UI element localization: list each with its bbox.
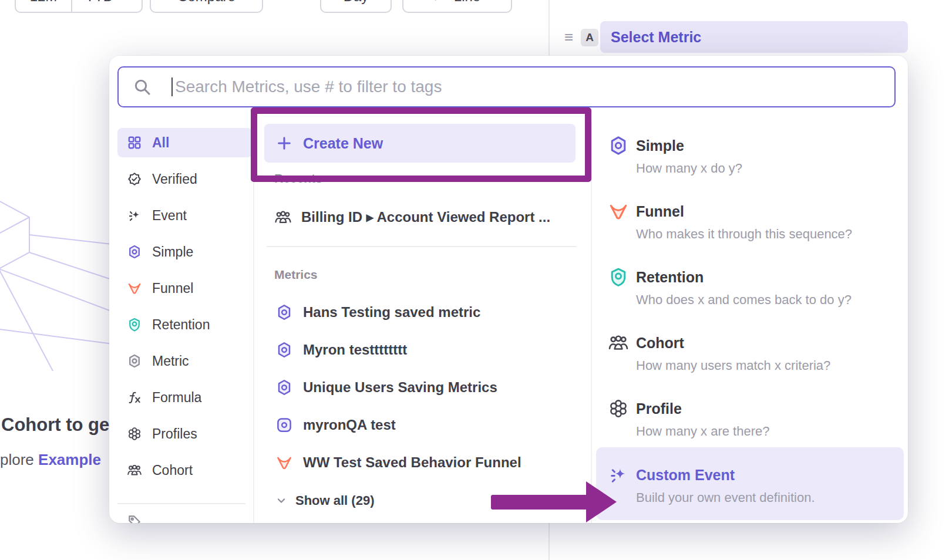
select-metric-button[interactable]: Select Metric bbox=[600, 21, 908, 53]
cohort-people-icon bbox=[127, 463, 142, 478]
chevron-down-icon bbox=[275, 495, 287, 507]
line-chart-icon bbox=[434, 0, 447, 3]
metric-hexagon-gray-icon bbox=[127, 353, 142, 369]
profiles-flower-icon bbox=[127, 426, 142, 441]
saved-metric-item[interactable]: Myron testttttttt bbox=[275, 337, 407, 363]
cohort-people-icon bbox=[608, 332, 629, 353]
granularity-button[interactable]: Day bbox=[320, 0, 392, 13]
retention-shield-icon bbox=[608, 266, 629, 288]
saved-metric-item[interactable]: Unique Users Saving Metrics bbox=[275, 375, 497, 400]
saved-metric-label: Hans Testing saved metric bbox=[303, 304, 480, 321]
range-12m-button[interactable]: 12M bbox=[16, 0, 71, 12]
column-divider bbox=[591, 122, 592, 523]
sidebar-item-label: Funnel bbox=[152, 281, 193, 296]
type-name: Custom Event bbox=[636, 465, 896, 484]
metric-picker-modal: All Verified Event Simple Funnel Retenti… bbox=[109, 56, 908, 523]
sidebar-divider bbox=[117, 503, 245, 504]
show-all-label: Show all (29) bbox=[295, 493, 374, 508]
create-new-button[interactable]: Create New bbox=[264, 124, 576, 163]
sidebar-item-label: All bbox=[152, 135, 169, 151]
type-custom-event[interactable]: Custom Event Build your own event defini… bbox=[608, 465, 896, 507]
drag-handle-icon[interactable]: ≡ bbox=[564, 28, 573, 46]
grid-icon bbox=[127, 135, 142, 150]
empty-state-title-fragment: Cohort to ge bbox=[1, 414, 109, 436]
saved-metric-label: myronQA test bbox=[303, 417, 396, 433]
simple-hexagon-icon bbox=[608, 135, 629, 156]
sidebar-item-label: Event bbox=[152, 208, 187, 224]
type-description: How many x do y? bbox=[636, 160, 896, 177]
create-new-label: Create New bbox=[303, 135, 383, 152]
show-all-button[interactable]: Show all (29) bbox=[275, 490, 374, 511]
range-12m-label: 12M bbox=[30, 0, 58, 5]
range-ytd-label: YTD bbox=[85, 0, 113, 5]
metrics-header: Metrics bbox=[274, 268, 318, 282]
sidebar-item-verified[interactable]: Verified bbox=[117, 164, 253, 194]
chart-type-button[interactable]: Line bbox=[402, 0, 512, 13]
type-name: Retention bbox=[636, 268, 896, 286]
type-retention[interactable]: Retention Who does x and comes back to d… bbox=[608, 268, 896, 309]
sidebar-item-event[interactable]: Event bbox=[117, 201, 253, 230]
type-description: Build your own event definition. bbox=[636, 489, 896, 507]
range-ytd-button[interactable]: YTD bbox=[71, 0, 142, 12]
type-description: Who does x and comes back to do y? bbox=[636, 291, 896, 309]
sidebar-item-simple[interactable]: Simple bbox=[117, 237, 253, 266]
saved-metric-hexagon-icon bbox=[275, 303, 293, 321]
section-divider bbox=[267, 246, 577, 247]
empty-state-subtitle-fragment: plore Example bbox=[0, 451, 101, 469]
recents-header: Recents bbox=[274, 171, 322, 185]
sidebar-item-cohort[interactable]: Cohort bbox=[117, 456, 253, 485]
compare-button[interactable]: Compare bbox=[150, 0, 263, 13]
saved-metric-hexagon-icon bbox=[275, 341, 293, 359]
saved-metric-item[interactable]: myronQA test bbox=[275, 412, 396, 438]
formula-fx-icon bbox=[127, 390, 142, 405]
sidebar-item-funnel[interactable]: Funnel bbox=[117, 274, 253, 303]
sidebar-item-retention[interactable]: Retention bbox=[117, 310, 253, 339]
sidebar-item-label: Formula bbox=[152, 390, 201, 406]
sidebar-item-label: Metric bbox=[152, 353, 189, 369]
type-description: How many users match x criteria? bbox=[636, 357, 896, 375]
saved-metric-label: WW Test Saved Behavior Funnel bbox=[303, 454, 521, 471]
saved-metric-label: Unique Users Saving Metrics bbox=[303, 379, 497, 396]
sidebar-item-label: Verified bbox=[152, 171, 197, 187]
event-sparkle-icon bbox=[127, 208, 142, 223]
example-link[interactable]: Example bbox=[38, 451, 101, 468]
recent-item[interactable]: Billing ID ▸ Account Viewed Report ... bbox=[274, 204, 550, 230]
tag-icon bbox=[127, 514, 142, 523]
sidebar-item-formula[interactable]: Formula bbox=[117, 383, 253, 412]
recent-item-label: Billing ID ▸ Account Viewed Report ... bbox=[301, 209, 550, 225]
sidebar-item-profiles[interactable]: Profiles bbox=[117, 419, 253, 448]
sidebar-item-label: Cohort bbox=[152, 463, 193, 478]
sidebar-item-all[interactable]: All bbox=[117, 128, 253, 157]
sidebar-item-label: Profiles bbox=[152, 426, 197, 442]
type-simple[interactable]: Simple How many x do y? bbox=[608, 136, 896, 177]
funnel-icon bbox=[275, 454, 293, 471]
type-cohort[interactable]: Cohort How many users match x criteria? bbox=[608, 333, 896, 375]
type-name: Profile bbox=[636, 399, 896, 418]
profiles-flower-icon bbox=[608, 398, 629, 419]
saved-metric-square-icon bbox=[275, 416, 293, 434]
sidebar-item-label: Simple bbox=[152, 244, 193, 260]
type-funnel[interactable]: Funnel Who makes it through this sequenc… bbox=[608, 202, 896, 243]
sidebar-item-metric[interactable]: Metric bbox=[117, 346, 253, 376]
granularity-label: Day bbox=[344, 0, 369, 5]
type-description: How many x are there? bbox=[636, 423, 896, 440]
plus-icon bbox=[276, 135, 292, 151]
sidebar-item-label: Retention bbox=[152, 317, 210, 333]
saved-metric-item[interactable]: WW Test Saved Behavior Funnel bbox=[275, 450, 521, 475]
simple-hexagon-icon bbox=[127, 244, 142, 259]
compare-label: Compare bbox=[177, 0, 235, 5]
search-icon bbox=[133, 77, 152, 96]
custom-event-sparkle-icon bbox=[608, 464, 629, 485]
type-name: Funnel bbox=[636, 202, 896, 221]
chart-type-label: Line bbox=[454, 0, 480, 5]
search-input[interactable] bbox=[117, 66, 896, 107]
type-description: Who makes it through this sequence? bbox=[636, 225, 896, 243]
saved-metric-item[interactable]: Hans Testing saved metric bbox=[275, 299, 480, 325]
funnel-icon bbox=[608, 201, 629, 222]
type-name: Cohort bbox=[636, 333, 896, 352]
retention-shield-icon bbox=[127, 317, 142, 332]
type-profile[interactable]: Profile How many x are there? bbox=[608, 399, 896, 440]
date-range-control[interactable]: 12M YTD bbox=[15, 0, 143, 13]
select-metric-label: Select Metric bbox=[611, 29, 701, 46]
chevron-down-icon bbox=[118, 0, 129, 2]
